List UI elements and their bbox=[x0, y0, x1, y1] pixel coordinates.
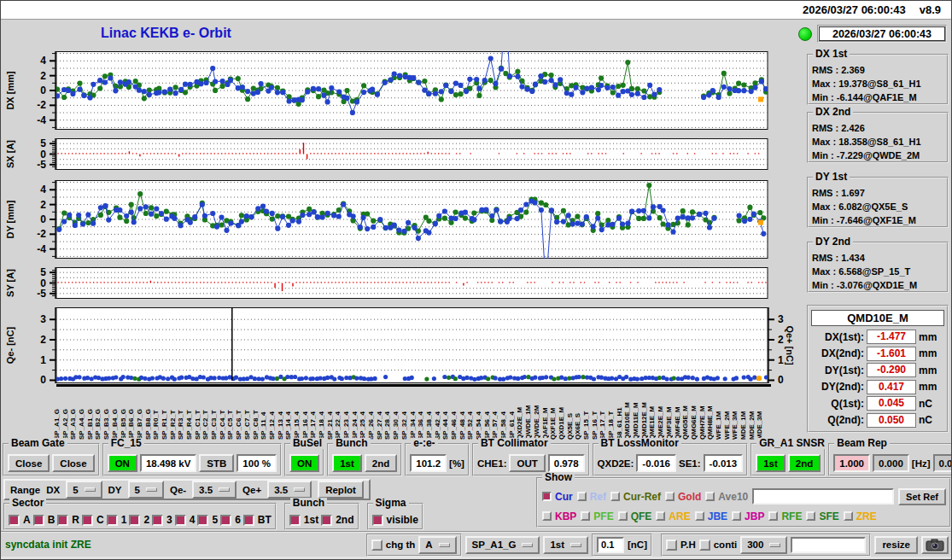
checkbox-label: 4 bbox=[190, 514, 196, 526]
x-axis-label: SP_B5_G bbox=[120, 387, 127, 440]
bunch-1st-button[interactable]: 1st bbox=[332, 454, 362, 472]
checkbox-label: 2nd bbox=[336, 514, 353, 526]
aux-input[interactable] bbox=[791, 537, 866, 553]
range-dx-select[interactable]: 5 bbox=[66, 481, 102, 499]
busel-on-button[interactable]: ON bbox=[289, 454, 319, 472]
bunch-1st-checkbox[interactable] bbox=[289, 515, 301, 526]
show-pfe-checkbox[interactable] bbox=[581, 511, 590, 521]
gr-a1-2nd-button[interactable]: 2nd bbox=[788, 454, 821, 472]
sector-1-checkbox[interactable] bbox=[107, 515, 118, 526]
replot-button[interactable]: Replot bbox=[318, 481, 364, 499]
monitor-row-label: DX(1st): bbox=[811, 331, 864, 343]
sector-a-checkbox[interactable] bbox=[9, 515, 20, 526]
resize-button[interactable]: resize bbox=[874, 536, 918, 554]
x-axis-label: SP_26_4 bbox=[368, 387, 375, 440]
x-axis-label: SP_14_4 bbox=[285, 387, 292, 440]
monitor-row-unit: mm bbox=[919, 365, 937, 376]
sigma-visible-checkbox[interactable] bbox=[372, 515, 383, 526]
checkbox-label: 3 bbox=[166, 514, 172, 526]
bunch-2nd-button[interactable]: 2nd bbox=[365, 454, 397, 472]
charge-threshold-input[interactable] bbox=[597, 537, 624, 553]
sector-5-checkbox[interactable] bbox=[197, 515, 208, 526]
sector-4-checkbox[interactable] bbox=[175, 515, 186, 526]
chg-th-checkbox[interactable] bbox=[371, 540, 383, 551]
range-dy-select[interactable]: 5 bbox=[128, 481, 164, 499]
show-zre-checkbox[interactable] bbox=[844, 511, 853, 521]
conti-checkbox[interactable] bbox=[699, 540, 710, 551]
points-select[interactable]: 300 bbox=[740, 536, 787, 554]
svg-text:2: 2 bbox=[40, 199, 46, 211]
beam-gate-close-1-button[interactable]: Close bbox=[8, 454, 50, 472]
show-gold-checkbox[interactable] bbox=[665, 492, 675, 501]
monitor-row-label: DY(1st): bbox=[811, 365, 864, 376]
che1-out-button[interactable]: OUT bbox=[509, 454, 545, 472]
sector-c-checkbox[interactable] bbox=[82, 515, 93, 526]
sigma-group: Sigma visible bbox=[367, 503, 423, 530]
sector-r-checkbox[interactable] bbox=[57, 515, 68, 526]
x-axis-label: S8_61_H1 bbox=[616, 387, 623, 440]
show-kbp-checkbox[interactable] bbox=[542, 511, 552, 521]
monitor-row-label: Q(1st): bbox=[811, 398, 864, 410]
stats-row: Max : 19.378@S8_61_H1 bbox=[812, 77, 943, 90]
x-axis-label: SP_24_4 bbox=[352, 387, 359, 440]
sector-c: C bbox=[82, 514, 104, 526]
show-jbe-checkbox[interactable] bbox=[695, 511, 704, 521]
svg-text:Qe- [nC]: Qe- [nC] bbox=[5, 326, 15, 364]
qxd2e-label: QXD2E: bbox=[598, 458, 634, 469]
sector-bt-checkbox[interactable] bbox=[243, 515, 254, 526]
x-axis-label: SP_R1_T bbox=[161, 387, 168, 440]
x-axis-label: SP_C7_T bbox=[244, 387, 251, 440]
x-axis-label: QMF4E_M bbox=[675, 387, 681, 440]
beam-gate-close-2-button[interactable]: Close bbox=[52, 454, 94, 472]
monitor-row-label: Q(2nd): bbox=[811, 414, 864, 426]
bunch-select[interactable]: 1st bbox=[543, 536, 588, 554]
show-sfe-checkbox[interactable] bbox=[806, 511, 815, 521]
show-rfe-checkbox[interactable] bbox=[768, 511, 778, 521]
show-cur-checkbox[interactable] bbox=[542, 492, 552, 501]
sector-3-checkbox[interactable] bbox=[152, 515, 163, 526]
e-ratio-group: e-:e- 101.2 [%] bbox=[405, 443, 470, 476]
show-ave10-checkbox[interactable] bbox=[705, 492, 715, 501]
show-are-checkbox[interactable] bbox=[656, 511, 665, 521]
svg-text:3: 3 bbox=[778, 313, 784, 325]
svg-text:DY [mm]: DY [mm] bbox=[5, 200, 15, 238]
show-cur-ref-checkbox[interactable] bbox=[610, 492, 620, 501]
group-title: DY 1st bbox=[813, 172, 850, 183]
range-qe-minus-value: 3.5 bbox=[199, 485, 213, 495]
checkbox-label: B bbox=[48, 514, 55, 526]
bt-loss-monitor-group: BT LossMonitor QXD2E: -0.016 SE1: -0.013 bbox=[593, 443, 749, 476]
show-qfe-checkbox[interactable] bbox=[618, 511, 628, 521]
sector-b-checkbox[interactable] bbox=[33, 515, 44, 526]
e-ratio-value: 101.2 bbox=[410, 454, 447, 472]
checkbox-label: RFE bbox=[781, 510, 802, 522]
page-title: Linac KEKB e- Orbit bbox=[101, 26, 231, 41]
bpm-select[interactable]: SP_A1_G bbox=[465, 536, 540, 554]
bunch-2nd-checkbox[interactable] bbox=[321, 515, 332, 526]
group-title: Beam Gate bbox=[9, 438, 67, 449]
charge-unit-label: [nC] bbox=[628, 540, 647, 550]
ph-checkbox[interactable] bbox=[666, 540, 677, 551]
show-jbp-checkbox[interactable] bbox=[732, 511, 741, 521]
th-select[interactable]: A bbox=[418, 536, 456, 554]
monitor-row-value: -0.290 bbox=[867, 363, 916, 377]
show-rfe: RFE bbox=[768, 510, 802, 522]
sector-2-checkbox[interactable] bbox=[129, 515, 140, 526]
ref-file-input[interactable] bbox=[752, 488, 894, 505]
monitor-row-value: 0.045 bbox=[867, 396, 916, 411]
range-qe-minus-select[interactable]: 3.5 bbox=[192, 481, 237, 499]
screenshot-button[interactable] bbox=[921, 536, 949, 554]
window-bottom-edge bbox=[1, 557, 952, 560]
svg-text:-4: -4 bbox=[37, 243, 46, 255]
points-select-value: 300 bbox=[747, 540, 763, 550]
fc15-stb-button[interactable]: STB bbox=[199, 454, 234, 472]
fc15-on-button[interactable]: ON bbox=[108, 454, 137, 472]
set-ref-button[interactable]: Set Ref bbox=[898, 488, 946, 505]
show-ref-checkbox[interactable] bbox=[577, 492, 587, 501]
checkbox-label: Cur bbox=[555, 491, 573, 503]
beam-rep-group: Beam Rep 1.000 0.000 [Hz] 0.000 [%] bbox=[828, 443, 952, 476]
gr-a1-1st-button[interactable]: 1st bbox=[756, 454, 786, 472]
status-bar: syncdata init ZRE chg th A SP_A1_G 1st [… bbox=[1, 531, 952, 557]
range-qe-plus-select[interactable]: 3.5 bbox=[267, 481, 312, 499]
sector-6-checkbox[interactable] bbox=[220, 515, 231, 526]
x-axis-label: SP_52_4 bbox=[467, 387, 474, 440]
